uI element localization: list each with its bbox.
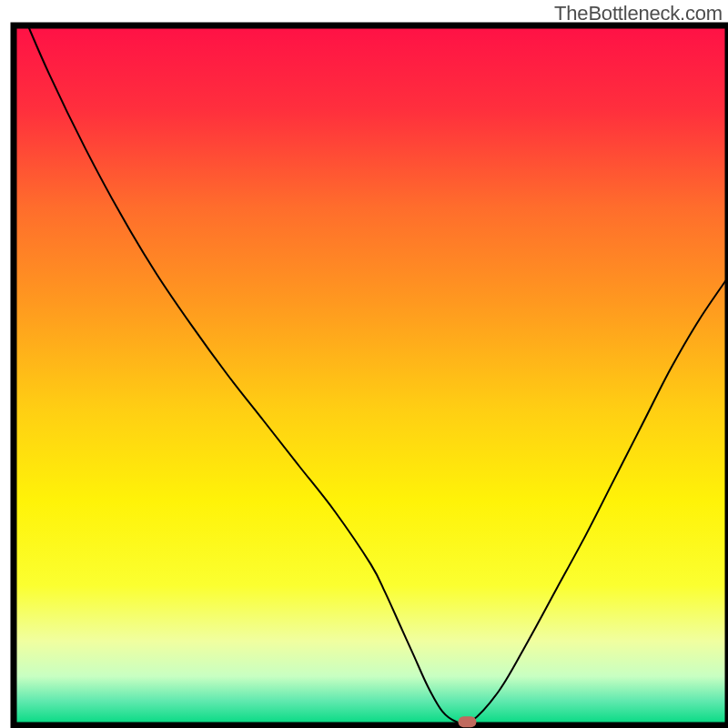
chart-container: TheBottleneck.com xyxy=(0,0,728,728)
minimum-marker xyxy=(458,716,476,727)
watermark-text: TheBottleneck.com xyxy=(554,2,723,25)
plot-background xyxy=(14,25,728,725)
bottleneck-chart xyxy=(0,0,728,728)
